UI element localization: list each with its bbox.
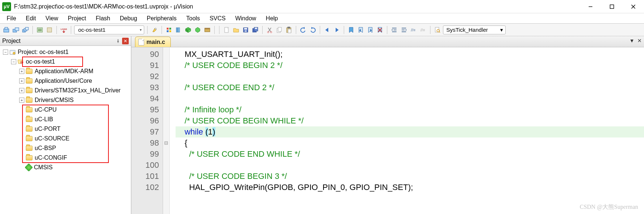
build-target-icon[interactable] — [2, 26, 10, 34]
rebuild-icon[interactable] — [12, 26, 20, 34]
indent-icon[interactable] — [390, 26, 398, 34]
nav-back-icon[interactable] — [323, 26, 331, 34]
menu-window[interactable]: Window — [232, 14, 260, 23]
project-tree[interactable]: −Project: oc-os-test1−oc-os-test1+Applic… — [0, 46, 131, 214]
tree-expander[interactable]: − — [11, 59, 16, 64]
menu-tools[interactable]: Tools — [183, 14, 204, 23]
tree-group[interactable]: uC-LIB — [1, 115, 130, 124]
copy-icon[interactable] — [275, 26, 283, 34]
tree-project-root[interactable]: −Project: oc-os-test1 — [1, 47, 130, 57]
tree-label: uC-SOURCE — [35, 135, 69, 142]
save-icon[interactable] — [242, 26, 250, 34]
target-selector[interactable]: oc-os-test1 ▾ — [74, 26, 144, 34]
code-editor[interactable]: 90919293949596979899100101102 ⊟ MX_USART… — [131, 47, 644, 214]
folder-icon — [26, 146, 32, 151]
menu-project[interactable]: Project — [64, 14, 90, 23]
menu-file[interactable]: File — [3, 14, 20, 23]
close-button[interactable] — [623, 0, 644, 13]
pin-icon[interactable] — [115, 38, 121, 44]
tree-target[interactable]: −oc-os-test1 — [1, 57, 130, 67]
menu-svcs[interactable]: SVCS — [206, 14, 229, 23]
tree-group[interactable]: uC-PORT — [1, 124, 130, 134]
svg-rect-43 — [288, 29, 291, 33]
tree-group[interactable]: +Drivers/CMSIS — [1, 95, 130, 105]
batch-build-icon[interactable] — [36, 26, 44, 34]
tree-expander[interactable]: + — [19, 88, 24, 93]
tab-close-icon[interactable]: ✕ — [637, 38, 642, 44]
tree-cmsis[interactable]: CMSIS — [1, 163, 130, 172]
svg-rect-42 — [288, 27, 290, 28]
tab-dropdown-icon[interactable]: ▼ — [629, 38, 634, 44]
window-controls — [580, 0, 644, 13]
open-file-icon[interactable] — [232, 26, 240, 34]
svg-rect-40 — [278, 27, 281, 31]
tree-label: uC-BSP — [35, 145, 56, 152]
menu-peripherals[interactable]: Peripherals — [143, 14, 180, 23]
panel-close-button[interactable]: ✕ — [122, 38, 129, 44]
paste-icon[interactable] — [285, 26, 293, 34]
maximize-button[interactable] — [601, 0, 623, 13]
bookmark-prev-icon[interactable] — [357, 26, 365, 34]
minimize-button[interactable] — [580, 0, 601, 13]
tree-expander[interactable]: + — [19, 98, 24, 103]
svg-point-69 — [21, 62, 22, 63]
tree-group[interactable]: uC-BSP — [1, 143, 130, 153]
tree-group[interactable]: uC-CPU — [1, 105, 130, 115]
separator — [147, 26, 148, 34]
tab-main-c[interactable]: main.c — [135, 37, 171, 47]
uncomment-icon[interactable]: //≡ — [419, 26, 427, 34]
symbol-search[interactable]: SysTick_Handler ▾ — [443, 26, 506, 34]
tree-expander[interactable]: + — [19, 69, 24, 74]
svg-rect-28 — [205, 28, 210, 29]
save-all-icon[interactable] — [251, 26, 259, 34]
outdent-icon[interactable] — [400, 26, 408, 34]
svg-rect-11 — [37, 28, 42, 32]
pack-icon[interactable] — [184, 26, 192, 34]
bookmark-next-icon[interactable] — [366, 26, 374, 34]
cut-icon[interactable] — [266, 26, 274, 34]
stop-build-icon[interactable] — [45, 26, 53, 34]
chevron-down-icon: ▾ — [500, 27, 503, 33]
svg-line-64 — [439, 31, 440, 33]
menu-edit[interactable]: Edit — [22, 14, 40, 23]
cmsis-icon — [25, 163, 33, 172]
packs-installer-icon[interactable] — [203, 26, 211, 34]
runtime-env-icon[interactable] — [194, 26, 202, 34]
tree-label: CMSIS — [34, 164, 53, 171]
build-all-icon[interactable] — [21, 26, 30, 34]
project-panel-title: Project — [2, 38, 21, 44]
code-content[interactable]: MX_USART1_UART_Init(); /* USER CODE BEGI… — [170, 47, 644, 214]
project-icon — [10, 49, 15, 55]
tab-label: main.c — [146, 39, 165, 45]
menu-view[interactable]: View — [42, 14, 62, 23]
menu-help[interactable]: Help — [262, 14, 282, 23]
menu-debug[interactable]: Debug — [116, 14, 141, 23]
undo-icon[interactable] — [299, 26, 307, 34]
window-title: F:\stm32.project\oc-os-test1\MDK-ARM\oc-… — [13, 3, 580, 10]
comment-icon[interactable]: //≡ — [409, 26, 418, 34]
svg-text:LOAD: LOAD — [61, 28, 67, 30]
tree-group[interactable]: +Application/MDK-ARM — [1, 67, 130, 76]
tree-group[interactable]: +Application/User/Core — [1, 76, 130, 86]
nav-fwd-icon[interactable] — [333, 26, 341, 34]
new-file-icon[interactable] — [222, 26, 231, 34]
find-in-files-icon[interactable] — [433, 26, 442, 34]
manage-icon[interactable] — [165, 26, 173, 34]
tree-group[interactable]: +Drivers/STM32F1xx_HAL_Driver — [1, 86, 130, 95]
bookmark-clear-icon[interactable] — [376, 26, 384, 34]
svg-rect-18 — [169, 28, 171, 30]
menu-flash[interactable]: Flash — [92, 14, 114, 23]
separator — [214, 26, 215, 34]
books-icon[interactable] — [174, 26, 183, 34]
tree-group[interactable]: uC-CONGIF — [1, 153, 130, 163]
project-panel-header: Project ✕ — [0, 36, 131, 46]
bookmark-toggle-icon[interactable] — [347, 26, 355, 34]
separator — [344, 26, 344, 34]
redo-icon[interactable] — [309, 26, 317, 34]
download-icon[interactable]: LOAD — [60, 26, 68, 34]
tree-expander[interactable]: + — [19, 78, 24, 84]
tree-group[interactable]: uC-SOURCE — [1, 134, 130, 143]
options-icon[interactable] — [150, 26, 159, 34]
symbol-search-value: SysTick_Handler — [446, 27, 488, 33]
tree-expander[interactable]: − — [3, 50, 8, 55]
